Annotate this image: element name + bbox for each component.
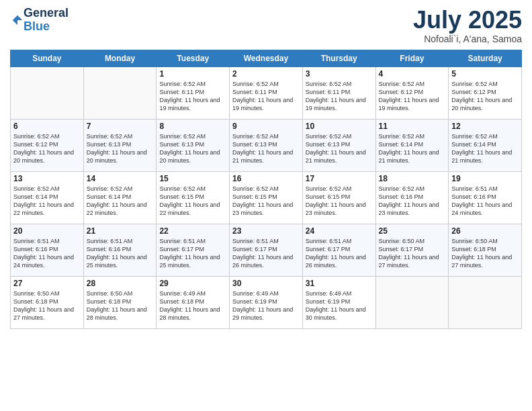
calendar-week-2: 6Sunrise: 6:52 AM Sunset: 6:12 PM Daylig… bbox=[11, 119, 522, 171]
day-number: 10 bbox=[306, 122, 373, 131]
day-info: Sunrise: 6:50 AM Sunset: 6:18 PM Dayligh… bbox=[451, 237, 519, 270]
day-number: 31 bbox=[306, 279, 373, 288]
day-info: Sunrise: 6:51 AM Sunset: 6:16 PM Dayligh… bbox=[87, 237, 154, 270]
calendar-cell: 22Sunrise: 6:51 AM Sunset: 6:17 PM Dayli… bbox=[157, 224, 230, 276]
logo-text: General Blue bbox=[24, 7, 69, 34]
logo-blue: Blue bbox=[24, 20, 69, 34]
day-info: Sunrise: 6:52 AM Sunset: 6:14 PM Dayligh… bbox=[379, 132, 446, 165]
calendar-week-5: 27Sunrise: 6:50 AM Sunset: 6:18 PM Dayli… bbox=[11, 276, 522, 328]
calendar-cell bbox=[11, 66, 84, 119]
day-info: Sunrise: 6:51 AM Sunset: 6:17 PM Dayligh… bbox=[159, 237, 226, 270]
calendar-header: SundayMondayTuesdayWednesdayThursdayFrid… bbox=[11, 50, 522, 66]
day-number: 12 bbox=[451, 122, 519, 131]
day-number: 6 bbox=[13, 122, 81, 131]
calendar-body: 1Sunrise: 6:52 AM Sunset: 6:11 PM Daylig… bbox=[11, 66, 522, 328]
calendar-cell: 14Sunrise: 6:52 AM Sunset: 6:14 PM Dayli… bbox=[83, 171, 157, 224]
header: General Blue July 2025 Nofoali`i, A'ana,… bbox=[10, 7, 522, 44]
day-number: 11 bbox=[379, 122, 446, 131]
day-info: Sunrise: 6:52 AM Sunset: 6:15 PM Dayligh… bbox=[232, 185, 300, 218]
day-number: 24 bbox=[306, 226, 373, 236]
day-info: Sunrise: 6:52 AM Sunset: 6:14 PM Dayligh… bbox=[13, 185, 81, 218]
calendar-cell: 28Sunrise: 6:50 AM Sunset: 6:18 PM Dayli… bbox=[83, 276, 157, 328]
calendar-cell: 13Sunrise: 6:52 AM Sunset: 6:14 PM Dayli… bbox=[11, 171, 84, 224]
page: General Blue July 2025 Nofoali`i, A'ana,… bbox=[0, 0, 532, 411]
weekday-header-wednesday: Wednesday bbox=[230, 50, 303, 66]
day-number: 30 bbox=[232, 279, 300, 288]
day-info: Sunrise: 6:52 AM Sunset: 6:14 PM Dayligh… bbox=[451, 132, 519, 165]
calendar-cell: 8Sunrise: 6:52 AM Sunset: 6:13 PM Daylig… bbox=[157, 119, 230, 171]
calendar-cell: 23Sunrise: 6:51 AM Sunset: 6:17 PM Dayli… bbox=[230, 224, 303, 276]
calendar-week-3: 13Sunrise: 6:52 AM Sunset: 6:14 PM Dayli… bbox=[11, 171, 522, 224]
calendar-cell: 29Sunrise: 6:49 AM Sunset: 6:18 PM Dayli… bbox=[157, 276, 230, 328]
calendar-cell: 10Sunrise: 6:52 AM Sunset: 6:13 PM Dayli… bbox=[302, 119, 375, 171]
day-info: Sunrise: 6:52 AM Sunset: 6:12 PM Dayligh… bbox=[451, 80, 519, 113]
calendar-cell: 24Sunrise: 6:51 AM Sunset: 6:17 PM Dayli… bbox=[302, 224, 375, 276]
day-number: 5 bbox=[451, 69, 519, 79]
day-number: 7 bbox=[87, 122, 154, 131]
day-number: 21 bbox=[87, 226, 154, 236]
calendar-week-4: 20Sunrise: 6:51 AM Sunset: 6:16 PM Dayli… bbox=[11, 224, 522, 276]
day-number: 28 bbox=[87, 279, 154, 288]
day-number: 3 bbox=[306, 69, 373, 79]
day-number: 15 bbox=[159, 174, 226, 183]
calendar-cell bbox=[449, 276, 522, 328]
day-number: 2 bbox=[232, 69, 300, 79]
calendar-cell: 17Sunrise: 6:52 AM Sunset: 6:15 PM Dayli… bbox=[302, 171, 375, 224]
location-subtitle: Nofoali`i, A'ana, Samoa bbox=[413, 34, 522, 44]
calendar-cell: 27Sunrise: 6:50 AM Sunset: 6:18 PM Dayli… bbox=[11, 276, 84, 328]
day-number: 16 bbox=[232, 174, 300, 183]
day-info: Sunrise: 6:52 AM Sunset: 6:14 PM Dayligh… bbox=[87, 185, 154, 218]
calendar-cell bbox=[375, 276, 449, 328]
day-number: 9 bbox=[232, 122, 300, 131]
title-area: July 2025 Nofoali`i, A'ana, Samoa bbox=[413, 7, 522, 44]
day-info: Sunrise: 6:51 AM Sunset: 6:17 PM Dayligh… bbox=[306, 237, 373, 270]
calendar-cell: 3Sunrise: 6:52 AM Sunset: 6:11 PM Daylig… bbox=[302, 66, 375, 119]
day-number: 26 bbox=[451, 226, 519, 236]
logo-icon bbox=[11, 14, 24, 26]
calendar-cell: 6Sunrise: 6:52 AM Sunset: 6:12 PM Daylig… bbox=[11, 119, 84, 171]
day-number: 18 bbox=[379, 174, 446, 183]
day-number: 20 bbox=[13, 226, 81, 236]
logo-general: General bbox=[24, 7, 69, 20]
logo: General Blue bbox=[10, 7, 69, 34]
day-number: 8 bbox=[159, 122, 226, 131]
day-info: Sunrise: 6:52 AM Sunset: 6:11 PM Dayligh… bbox=[159, 80, 226, 113]
day-number: 23 bbox=[232, 226, 300, 236]
calendar-cell: 4Sunrise: 6:52 AM Sunset: 6:12 PM Daylig… bbox=[375, 66, 449, 119]
calendar-cell: 19Sunrise: 6:51 AM Sunset: 6:16 PM Dayli… bbox=[449, 171, 522, 224]
day-info: Sunrise: 6:50 AM Sunset: 6:18 PM Dayligh… bbox=[13, 289, 81, 322]
day-info: Sunrise: 6:50 AM Sunset: 6:18 PM Dayligh… bbox=[87, 289, 154, 322]
day-info: Sunrise: 6:50 AM Sunset: 6:17 PM Dayligh… bbox=[379, 237, 446, 270]
day-info: Sunrise: 6:52 AM Sunset: 6:12 PM Dayligh… bbox=[13, 132, 81, 165]
day-info: Sunrise: 6:52 AM Sunset: 6:11 PM Dayligh… bbox=[232, 80, 300, 113]
day-info: Sunrise: 6:52 AM Sunset: 6:15 PM Dayligh… bbox=[306, 185, 373, 218]
day-number: 22 bbox=[159, 226, 226, 236]
calendar-cell: 9Sunrise: 6:52 AM Sunset: 6:13 PM Daylig… bbox=[230, 119, 303, 171]
day-number: 13 bbox=[13, 174, 81, 183]
day-number: 4 bbox=[379, 69, 446, 79]
calendar-cell: 1Sunrise: 6:52 AM Sunset: 6:11 PM Daylig… bbox=[157, 66, 230, 119]
day-number: 25 bbox=[379, 226, 446, 236]
calendar-cell: 25Sunrise: 6:50 AM Sunset: 6:17 PM Dayli… bbox=[375, 224, 449, 276]
weekday-header-friday: Friday bbox=[375, 50, 449, 66]
calendar-cell: 21Sunrise: 6:51 AM Sunset: 6:16 PM Dayli… bbox=[83, 224, 157, 276]
day-info: Sunrise: 6:52 AM Sunset: 6:16 PM Dayligh… bbox=[379, 185, 446, 218]
day-info: Sunrise: 6:51 AM Sunset: 6:16 PM Dayligh… bbox=[13, 237, 81, 270]
day-number: 19 bbox=[451, 174, 519, 183]
calendar-cell: 12Sunrise: 6:52 AM Sunset: 6:14 PM Dayli… bbox=[449, 119, 522, 171]
day-number: 14 bbox=[87, 174, 154, 183]
calendar-cell: 31Sunrise: 6:49 AM Sunset: 6:19 PM Dayli… bbox=[302, 276, 375, 328]
day-info: Sunrise: 6:52 AM Sunset: 6:13 PM Dayligh… bbox=[87, 132, 154, 165]
day-info: Sunrise: 6:52 AM Sunset: 6:13 PM Dayligh… bbox=[232, 132, 300, 165]
day-info: Sunrise: 6:52 AM Sunset: 6:12 PM Dayligh… bbox=[379, 80, 446, 113]
calendar-cell: 5Sunrise: 6:52 AM Sunset: 6:12 PM Daylig… bbox=[449, 66, 522, 119]
weekday-row: SundayMondayTuesdayWednesdayThursdayFrid… bbox=[11, 50, 522, 66]
day-info: Sunrise: 6:52 AM Sunset: 6:13 PM Dayligh… bbox=[159, 132, 226, 165]
calendar-cell: 16Sunrise: 6:52 AM Sunset: 6:15 PM Dayli… bbox=[230, 171, 303, 224]
weekday-header-monday: Monday bbox=[83, 50, 157, 66]
day-number: 29 bbox=[159, 279, 226, 288]
day-number: 17 bbox=[306, 174, 373, 183]
calendar-cell: 20Sunrise: 6:51 AM Sunset: 6:16 PM Dayli… bbox=[11, 224, 84, 276]
day-info: Sunrise: 6:49 AM Sunset: 6:18 PM Dayligh… bbox=[159, 289, 226, 322]
calendar-cell: 15Sunrise: 6:52 AM Sunset: 6:15 PM Dayli… bbox=[157, 171, 230, 224]
